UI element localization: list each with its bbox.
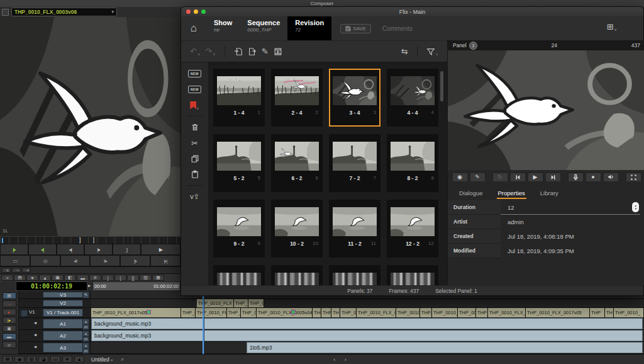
sidebar-tool-button[interactable]: ▸ (3, 309, 16, 316)
track-record-box[interactable] (21, 310, 28, 317)
timeline-clip[interactable]: THP_0010_FLX_001 (357, 308, 396, 317)
transport-button[interactable]: ] (113, 244, 141, 255)
new-panel-from-clipboard-button[interactable]: NEW (188, 84, 201, 94)
strip-button[interactable]: × (2, 268, 11, 273)
transport-button[interactable]: ▭ (0, 255, 30, 266)
strip-button[interactable]: + (22, 268, 31, 273)
capture-button[interactable]: ● (586, 173, 601, 182)
grid-scrollbar[interactable] (440, 71, 443, 101)
panel-thumbnail[interactable]: 8 - 2 8 (387, 134, 438, 192)
timeline-tool-button[interactable]: ▤ (14, 275, 26, 281)
play-button[interactable]: ▶ (528, 173, 543, 182)
timeline-clip[interactable]: THP_0010_ (614, 308, 644, 317)
monitor-menu-icon[interactable] (2, 9, 9, 16)
timeline-tool-button[interactable]: ◧ (64, 275, 76, 281)
timeline-clip[interactable]: THP_0 (476, 308, 488, 317)
sidebar-tool-button[interactable]: ▤ (3, 292, 16, 299)
paste-panel-button[interactable] (191, 169, 199, 179)
timeline-tool-button[interactable]: ▲ (39, 275, 51, 281)
timeline-clip[interactable]: THP, (420, 308, 432, 317)
undo-button[interactable]: ↶∨ (190, 47, 200, 56)
timeline-clip[interactable]: TH (331, 308, 340, 317)
playhead[interactable] (203, 296, 204, 354)
transport-button[interactable]: ]▸ (120, 255, 150, 266)
bottom-tool-button[interactable]: ◉ (14, 356, 25, 363)
timeline-clip[interactable]: THP (590, 308, 605, 317)
strip-button[interactable]: − (12, 268, 21, 273)
timeline-clip[interactable]: THP, (321, 308, 331, 317)
filter-button[interactable]: ∨ (426, 47, 438, 56)
bottom-tool-button[interactable]: ▤ (3, 356, 13, 363)
new-panel-button[interactable]: NEW (188, 69, 201, 79)
cut-panel-button[interactable]: ✂ (191, 138, 198, 148)
track-lane-a3[interactable]: 1to5.mp3 (91, 342, 644, 354)
transport-button[interactable]: ◎ (30, 255, 60, 266)
volume-button[interactable] (603, 173, 619, 182)
sidebar-tool-button[interactable]: ▱ (3, 341, 16, 348)
timeline-clip[interactable]: THP_0010_FLX_0017v05 (91, 308, 181, 317)
tab-dialogue[interactable]: Dialogue (459, 190, 483, 199)
tab-properties[interactable]: Properties (498, 190, 525, 199)
timeline-clip[interactable]: THP_ (227, 308, 241, 317)
delete-panel-button[interactable] (191, 122, 199, 132)
transport-button[interactable]: ◂‖ (60, 255, 91, 266)
panel-thumbnail[interactable] (329, 265, 380, 285)
panel-thumbnail[interactable]: 11 - 2 11 (329, 200, 380, 258)
speaker-icon[interactable]: ◂ (34, 332, 36, 338)
bottom-tool-button[interactable]: ▼ (62, 356, 72, 363)
draw-button[interactable]: ✎ (470, 173, 486, 182)
scroll-arrows[interactable]: ‹ › (333, 356, 350, 363)
track-lane-v1[interactable]: THP_0010_FLX_0017v05THP_0THP_0010_FLXTHP… (91, 308, 644, 318)
version-up-button[interactable]: v⇧ (190, 191, 199, 202)
panel-thumbnail[interactable]: 3 - 4 3 (329, 69, 380, 127)
timeline-tool-button[interactable]: ▬ (77, 275, 89, 281)
timeline-clip[interactable]: THP_C (248, 299, 264, 307)
maximize-button[interactable] (201, 9, 206, 14)
timeline-clip[interactable]: THP_0 (181, 308, 196, 317)
track-lane-a2[interactable]: background_music.mp3 (91, 330, 644, 342)
panel-thumbnail[interactable]: 2 - 4 2 (271, 69, 323, 127)
tab-library[interactable]: Library (540, 190, 558, 199)
export-button[interactable] (248, 47, 257, 56)
mute-button[interactable]: m (82, 348, 89, 354)
search-icon[interactable]: ⌕ (121, 356, 124, 363)
transport-button[interactable]: ▶ (141, 244, 180, 255)
panel-thumbnail[interactable]: 12 - 2 12 (387, 200, 438, 258)
import-button[interactable] (234, 47, 243, 56)
transport-button[interactable]: [▸ (0, 244, 28, 255)
timeline-clip[interactable]: THP_0010_F (432, 308, 458, 317)
audio-clip[interactable] (91, 342, 247, 353)
sidebar-tool-button[interactable]: |▸ (3, 317, 16, 324)
timeline-tool-button[interactable]: ▼ (26, 275, 38, 281)
next-panel-button[interactable] (545, 173, 561, 182)
save-button[interactable]: SAVE (340, 24, 371, 33)
timeline-tool-button[interactable]: ▣ (52, 275, 64, 281)
timeline-clip[interactable]: THP_0 (241, 308, 257, 317)
track-lane-v2[interactable]: THP_0010_FLXTHP_THP_C (91, 299, 644, 308)
duplicate-panel-button[interactable] (191, 154, 199, 164)
panel-thumbnail[interactable]: 10 - 2 10 (271, 200, 323, 258)
bottom-tool-button[interactable]: ▥ (26, 356, 36, 363)
panel-to-clip-button[interactable] (274, 47, 282, 56)
nav-show[interactable]: Show htr (206, 16, 240, 40)
panel-preview[interactable] (448, 50, 644, 170)
minimize-button[interactable] (194, 9, 198, 14)
panel-thumbnail[interactable]: 5 - 2 5 (213, 134, 265, 192)
transport-button[interactable]: ◂] (28, 244, 57, 255)
sidebar-tool-button[interactable]: → (3, 300, 16, 307)
property-value[interactable]: Jul 18, 2019, 4:08:18 PM ▴▾ (501, 229, 640, 244)
draw-tool-button[interactable]: ✎ (262, 47, 269, 56)
comments-input[interactable] (381, 25, 478, 33)
sidebar-tool-button[interactable]: ▣ (3, 325, 16, 332)
nav-revision[interactable]: Revision 72 (287, 16, 331, 40)
timeline-clip[interactable]: THP_0 (340, 308, 357, 317)
sidebar-tool-button[interactable]: ▬ (3, 333, 16, 340)
loop-button[interactable]: ↻ (492, 173, 508, 182)
bottom-tool-button[interactable]: ▭ (50, 356, 60, 363)
speaker-icon[interactable]: ◂ (34, 344, 36, 350)
bookmark-button[interactable]: ∨ (190, 100, 199, 110)
timeline-clip[interactable]: THP_00 (458, 308, 476, 317)
audio-clip[interactable]: 1to5.mp3 (247, 342, 643, 353)
track-tool-icon[interactable]: ✎ (82, 292, 89, 299)
swap-view-button[interactable]: ⇆ (401, 47, 408, 56)
